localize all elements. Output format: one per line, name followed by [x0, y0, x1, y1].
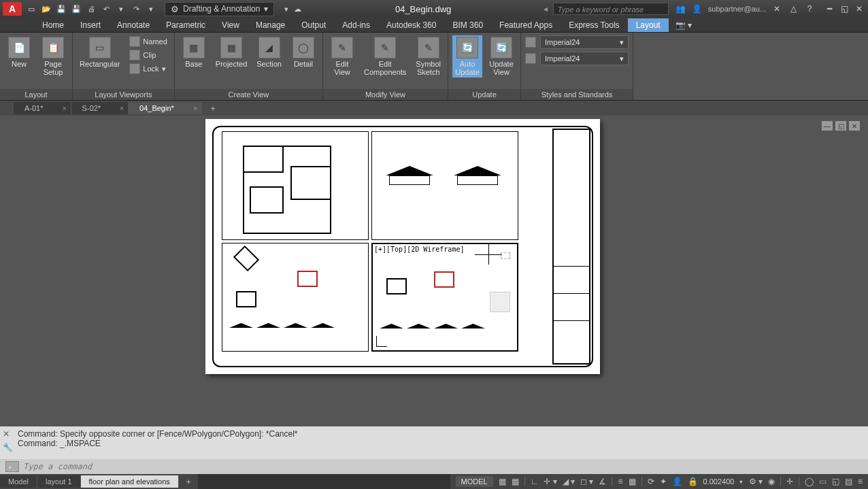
minimize-button[interactable]: ━ [823, 3, 835, 14]
menu-icon[interactable]: ≡ [858, 477, 863, 486]
redo-icon[interactable]: ↷ [131, 3, 141, 14]
clean-screen-icon[interactable]: ◯ [805, 477, 814, 486]
tab-insert[interactable]: Insert [72, 18, 109, 32]
model-paper-toggle[interactable]: MODEL [456, 476, 493, 487]
projected-button[interactable]: ▦Projected [213, 35, 250, 69]
new-layout-button[interactable]: 📄New [4, 35, 34, 69]
layout-tab-model[interactable]: Model [0, 475, 37, 488]
isolate-icon[interactable]: ✛ [786, 477, 793, 486]
tab-manage[interactable]: Manage [248, 18, 293, 32]
open-file-icon[interactable]: 📂 [41, 3, 52, 14]
scale-readout[interactable]: 0.002400 ▾ [703, 477, 744, 486]
tab-express[interactable]: Express Tools [561, 18, 627, 32]
annotation-scale-icon[interactable]: 👤 [672, 477, 682, 486]
style-dropdown-1[interactable]: Imperial24▾ [540, 35, 629, 49]
tab-output[interactable]: Output [293, 18, 334, 32]
base-button[interactable]: ▦Base [179, 35, 209, 69]
viewcube[interactable] [490, 292, 510, 312]
annotation-monitor-icon[interactable]: ✦ [660, 477, 667, 486]
cycling-icon[interactable]: ⟳ [648, 477, 654, 486]
file-tab-s02[interactable]: S-02*× [71, 102, 129, 114]
file-tab-04begin[interactable]: 04_Begin*× [129, 102, 202, 114]
viewport-label[interactable]: [+][Top][2D Wireframe] [374, 246, 464, 253]
symbol-sketch-button[interactable]: ✎Symbol Sketch [413, 35, 444, 78]
rectangular-button[interactable]: ▭Rectangular [77, 35, 122, 69]
customize-icon[interactable]: ▭ [819, 477, 827, 486]
workspace-dropdown[interactable]: ⚙ Drafting & Annotation ▾ [165, 2, 274, 16]
style-icon-1[interactable] [525, 37, 536, 48]
signin-icon[interactable]: 👤 [692, 3, 703, 14]
otrack-icon[interactable]: ∡ [599, 477, 606, 486]
tab-annotate[interactable]: Annotate [109, 18, 158, 32]
saveas-icon[interactable]: 💾 [71, 3, 82, 14]
style-dropdown-2[interactable]: Imperial24▾ [540, 52, 629, 65]
viewport-elevations[interactable] [371, 131, 518, 240]
edit-view-button[interactable]: ✎Edit View [327, 35, 357, 78]
tab-parametric[interactable]: Parametric [158, 18, 214, 32]
vp-restore-button[interactable]: ◱ [835, 121, 846, 131]
restore-button[interactable]: ◱ [838, 3, 850, 14]
layout-tab-layout1[interactable]: layout 1 [37, 475, 81, 488]
add-layout-tab[interactable]: ＋ [179, 474, 198, 490]
new-file-icon[interactable]: ▭ [26, 3, 37, 14]
auto-update-button[interactable]: 🔄Auto Update [452, 35, 482, 78]
cloud-icon[interactable]: ☁ [292, 3, 303, 14]
cmd-prompt-icon[interactable]: ▸_ [5, 461, 19, 472]
tab-camera-icon[interactable]: 📷 ▾ [675, 20, 692, 30]
autodesk-icon[interactable]: △ [788, 3, 799, 14]
update-view-button[interactable]: 🔄Update View [486, 35, 516, 78]
add-file-tab[interactable]: ＋ [202, 101, 224, 116]
tray-icon[interactable]: ▤ [845, 477, 852, 486]
hardware-accel-icon[interactable]: ◉ [768, 477, 775, 486]
qat-customize-icon[interactable]: ▾ [281, 3, 292, 14]
workspace-switch-icon[interactable]: ⚙ ▾ [749, 477, 763, 486]
section-button[interactable]: ◢Section [254, 35, 284, 69]
redo-dropdown-icon[interactable]: ▾ [146, 3, 156, 14]
help-icon[interactable]: ? [804, 3, 815, 14]
graph-perf-icon[interactable]: ◱ [832, 477, 839, 486]
app-menu-icon[interactable]: A [3, 2, 22, 16]
paper-space[interactable]: [+][Top][2D Wireframe] [205, 119, 600, 374]
polar-icon[interactable]: ✛ ▾ [544, 477, 556, 486]
exchange-icon[interactable]: ✕ [771, 3, 782, 14]
vp-minimize-button[interactable]: — [822, 121, 833, 131]
infocenter-icon[interactable]: 👥 [675, 3, 686, 14]
transparency-icon[interactable]: ▦ [629, 477, 636, 486]
viewport-overview-1[interactable] [222, 243, 369, 352]
tab-home[interactable]: Home [34, 18, 72, 32]
cmd-settings-icon[interactable]: 🔧 [3, 443, 12, 452]
close-button[interactable]: ✕ [853, 3, 865, 14]
tab-layout[interactable]: Layout [628, 18, 669, 32]
grid-icon[interactable]: ▦ [499, 477, 506, 486]
clip-button[interactable]: Clip [127, 49, 169, 61]
style-icon-2[interactable] [525, 53, 536, 64]
close-icon[interactable]: × [63, 105, 67, 112]
ortho-icon[interactable]: ∟ [531, 477, 539, 486]
lineweight-icon[interactable]: ≡ [618, 477, 622, 486]
viewport-plan[interactable] [222, 131, 369, 240]
search-input[interactable]: Type a keyword or phrase [553, 3, 669, 15]
tab-addins[interactable]: Add-ins [334, 18, 378, 32]
vp-close-button[interactable]: ✕ [849, 121, 860, 131]
close-icon[interactable]: × [193, 105, 197, 112]
detail-button[interactable]: ◯Detail [288, 35, 318, 69]
ucs-icon[interactable] [376, 333, 390, 347]
snap-icon[interactable]: ▦ [512, 477, 519, 486]
cmd-close-icon[interactable]: ✕ [3, 429, 12, 439]
edit-components-button[interactable]: ✎Edit Components [361, 35, 409, 78]
tab-bim360[interactable]: BIM 360 [444, 18, 491, 32]
drawing-canvas[interactable]: — ◱ ✕ [0, 116, 868, 426]
isodraft-icon[interactable]: ◢ ▾ [563, 477, 575, 486]
save-icon[interactable]: 💾 [56, 3, 67, 14]
undo-icon[interactable]: ↶ [101, 3, 112, 14]
recent-arrow-icon[interactable]: ◂ [544, 4, 548, 14]
close-icon[interactable]: × [120, 105, 124, 112]
tab-featured[interactable]: Featured Apps [491, 18, 561, 32]
command-input[interactable]: Type a command [23, 462, 863, 471]
file-tab-a01[interactable]: A-01*× [14, 102, 71, 114]
osnap-icon[interactable]: ◻ ▾ [580, 477, 593, 486]
named-button[interactable]: Named [127, 35, 169, 48]
viewport-overview-2-active[interactable]: [+][Top][2D Wireframe] [371, 243, 518, 352]
tab-autodesk360[interactable]: Autodesk 360 [378, 18, 444, 32]
user-label[interactable]: subpartner@au... [708, 5, 766, 13]
